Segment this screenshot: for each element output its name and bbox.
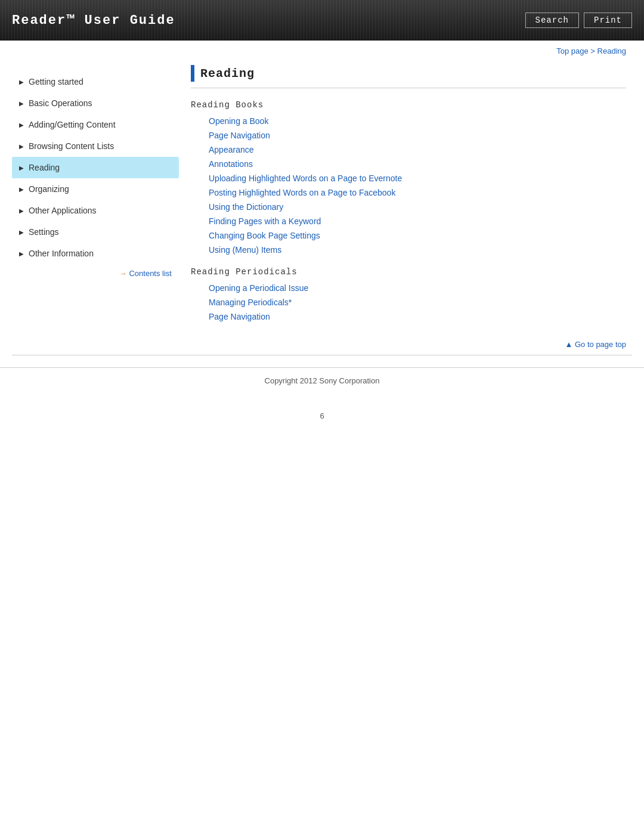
breadcrumb-top-link[interactable]: Top page bbox=[556, 47, 589, 55]
link-using-menu-items[interactable]: Using (Menu) Items bbox=[209, 245, 281, 255]
page-number: 6 bbox=[0, 405, 644, 426]
main-layout: ▶ Getting started ▶ Basic Operations ▶ A… bbox=[0, 59, 644, 355]
sidebar: ▶ Getting started ▶ Basic Operations ▶ A… bbox=[12, 59, 179, 355]
sidebar-item-browsing-content-lists[interactable]: ▶ Browsing Content Lists bbox=[12, 135, 179, 157]
sidebar-item-label: Other Applications bbox=[29, 206, 97, 215]
sidebar-item-getting-started[interactable]: ▶ Getting started bbox=[12, 71, 179, 92]
page-heading: Reading bbox=[191, 65, 626, 88]
page-header: Reader™ User Guide Search Print bbox=[0, 0, 644, 41]
heading-bar bbox=[191, 65, 194, 82]
arrow-icon: ▶ bbox=[19, 143, 24, 150]
copyright-text: Copyright 2012 Sony Corporation bbox=[265, 376, 380, 385]
list-item: Page Navigation bbox=[209, 130, 626, 141]
link-annotations[interactable]: Annotations bbox=[209, 159, 253, 169]
link-page-navigation[interactable]: Page Navigation bbox=[209, 131, 270, 140]
arrow-icon: ▶ bbox=[19, 165, 24, 171]
sidebar-item-settings[interactable]: ▶ Settings bbox=[12, 221, 179, 243]
link-posting-facebook[interactable]: Posting Highlighted Words on a Page to F… bbox=[209, 188, 395, 197]
sidebar-item-adding-content[interactable]: ▶ Adding/Getting Content bbox=[12, 114, 179, 135]
arrow-icon: ▶ bbox=[19, 250, 24, 257]
arrow-icon: ▶ bbox=[19, 122, 24, 128]
sidebar-item-basic-operations[interactable]: ▶ Basic Operations bbox=[12, 92, 179, 114]
list-item: Changing Book Page Settings bbox=[209, 230, 626, 241]
list-item: Finding Pages with a Keyword bbox=[209, 216, 626, 227]
sidebar-item-other-information[interactable]: ▶ Other Information bbox=[12, 243, 179, 264]
go-to-top-row: Go to page top bbox=[191, 340, 626, 349]
breadcrumb-text: Top page > Reading bbox=[556, 47, 626, 55]
list-item: Using the Dictionary bbox=[209, 202, 626, 212]
sidebar-item-label: Browsing Content Lists bbox=[29, 141, 114, 151]
sidebar-item-label: Other Information bbox=[29, 249, 94, 258]
arrow-icon: ▶ bbox=[19, 100, 24, 107]
section-heading-reading-periodicals: Reading Periodicals bbox=[191, 267, 626, 277]
list-item: Page Navigation bbox=[209, 311, 626, 322]
footer-divider bbox=[12, 355, 632, 355]
arrow-icon: ▶ bbox=[19, 229, 24, 236]
link-using-dictionary[interactable]: Using the Dictionary bbox=[209, 202, 283, 212]
header-buttons: Search Print bbox=[525, 13, 632, 28]
breadcrumb: Top page > Reading bbox=[0, 41, 644, 59]
link-appearance[interactable]: Appearance bbox=[209, 145, 254, 154]
go-to-top-link[interactable]: Go to page top bbox=[565, 340, 627, 349]
link-finding-pages-keyword[interactable]: Finding Pages with a Keyword bbox=[209, 216, 321, 226]
list-item: Uploading Highlighted Words on a Page to… bbox=[209, 173, 626, 184]
link-page-navigation-periodicals[interactable]: Page Navigation bbox=[209, 312, 270, 321]
breadcrumb-current: Reading bbox=[597, 47, 626, 55]
link-opening-a-book[interactable]: Opening a Book bbox=[209, 116, 268, 126]
sidebar-item-other-applications[interactable]: ▶ Other Applications bbox=[12, 200, 179, 221]
contents-list-link[interactable]: Contents list bbox=[119, 269, 172, 278]
sidebar-item-reading[interactable]: ▶ Reading bbox=[12, 157, 179, 178]
arrow-icon: ▶ bbox=[19, 79, 24, 85]
section-heading-reading-books: Reading Books bbox=[191, 100, 626, 110]
link-changing-book-settings[interactable]: Changing Book Page Settings bbox=[209, 231, 320, 240]
page-footer: Copyright 2012 Sony Corporation bbox=[0, 367, 644, 394]
reading-books-link-list: Opening a Book Page Navigation Appearanc… bbox=[191, 116, 626, 255]
arrow-icon: ▶ bbox=[19, 208, 24, 214]
list-item: Annotations bbox=[209, 159, 626, 169]
list-item: Appearance bbox=[209, 144, 626, 155]
list-item: Opening a Book bbox=[209, 116, 626, 126]
link-uploading-evernote[interactable]: Uploading Highlighted Words on a Page to… bbox=[209, 174, 402, 183]
section-reading-periodicals: Reading Periodicals Opening a Periodical… bbox=[191, 267, 626, 322]
arrow-icon: ▶ bbox=[19, 186, 24, 193]
list-item: Opening a Periodical Issue bbox=[209, 283, 626, 293]
sidebar-item-label: Getting started bbox=[29, 77, 83, 86]
page-title: Reading bbox=[200, 67, 255, 80]
sidebar-item-label: Settings bbox=[29, 227, 59, 237]
search-button[interactable]: Search bbox=[525, 13, 579, 28]
contents-link-row: Contents list bbox=[12, 264, 179, 283]
sidebar-item-label: Basic Operations bbox=[29, 98, 92, 108]
reading-periodicals-link-list: Opening a Periodical Issue Managing Peri… bbox=[191, 283, 626, 322]
sidebar-item-organizing[interactable]: ▶ Organizing bbox=[12, 178, 179, 200]
sidebar-item-label: Reading bbox=[29, 163, 60, 172]
link-opening-periodical[interactable]: Opening a Periodical Issue bbox=[209, 283, 308, 293]
print-button[interactable]: Print bbox=[584, 13, 632, 28]
section-reading-books: Reading Books Opening a Book Page Naviga… bbox=[191, 100, 626, 255]
site-title: Reader™ User Guide bbox=[12, 13, 175, 28]
list-item: Posting Highlighted Words on a Page to F… bbox=[209, 187, 626, 198]
breadcrumb-separator: > bbox=[589, 47, 597, 55]
link-managing-periodicals[interactable]: Managing Periodicals* bbox=[209, 298, 292, 307]
list-item: Using (Menu) Items bbox=[209, 244, 626, 255]
sidebar-item-label: Adding/Getting Content bbox=[29, 120, 116, 129]
content-area: Reading Reading Books Opening a Book Pag… bbox=[191, 59, 632, 355]
sidebar-item-label: Organizing bbox=[29, 184, 69, 194]
list-item: Managing Periodicals* bbox=[209, 297, 626, 308]
